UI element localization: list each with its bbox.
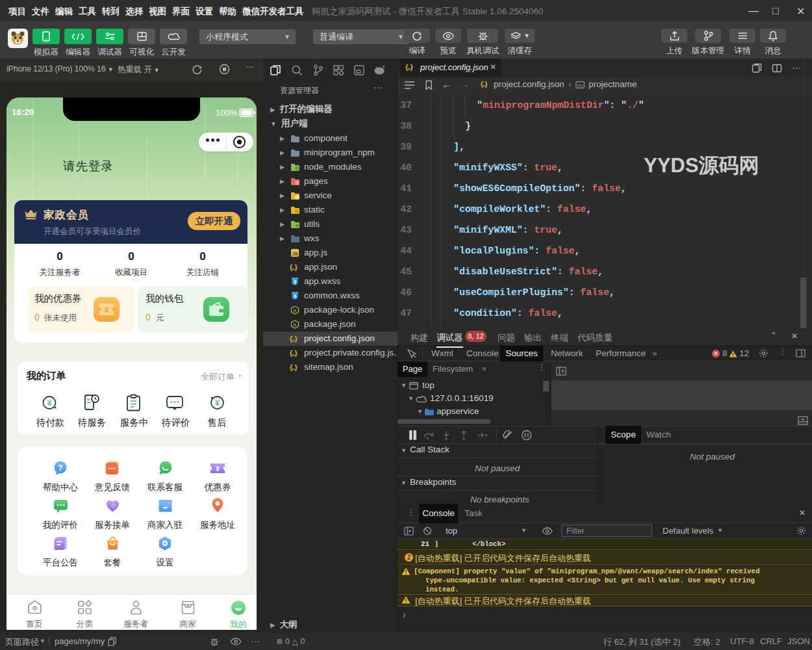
svg-text:?: ? [58, 463, 62, 473]
svg-text:¥: ¥ [215, 398, 220, 408]
svg-text:n: n [294, 322, 296, 327]
svg-text:3: 3 [294, 280, 296, 284]
svg-text:3: 3 [294, 294, 296, 298]
svg-text:¥: ¥ [105, 306, 109, 314]
svg-text:JS: JS [292, 251, 298, 257]
svg-text:¥: ¥ [216, 465, 220, 473]
svg-text:abc: abc [577, 83, 583, 87]
svg-text:¥: ¥ [47, 398, 51, 408]
svg-text:n: n [294, 308, 296, 313]
